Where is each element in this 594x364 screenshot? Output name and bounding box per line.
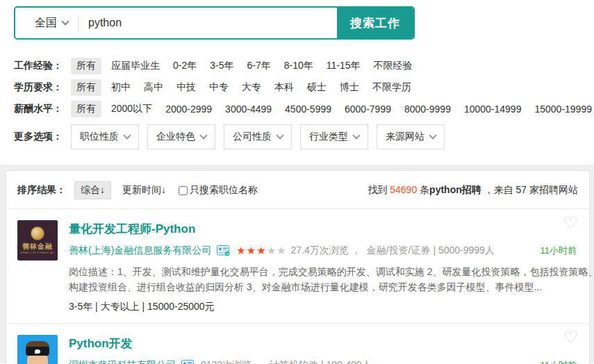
job-listing: 善林金融 SHAN LIN FINANCIAL 量化开发工程师-Python 善… (6, 208, 589, 323)
filter-label: 学历要求： (14, 81, 63, 94)
company-line: 善林(上海)金融信息服务有限公司 ★★★★★ 27.4万次浏览 ， 金融/投资/… (69, 245, 578, 257)
favorite-heart-icon[interactable]: ♡ (563, 215, 578, 231)
company-rating-stars: ★★★★★ (236, 245, 286, 257)
industry-size: 金融/投资/证券 | 5000-9999人 (367, 245, 495, 257)
filter-option[interactable]: 不限学历 (372, 81, 411, 94)
filter-option[interactable]: 6000-7999 (345, 104, 391, 115)
filter-label: 工作经验： (14, 60, 63, 72)
view-count: 9123次浏览 ， (201, 359, 264, 364)
job-content: 量化开发工程师-Python 善林(上海)金融信息服务有限公司 ★★★★★ 27… (69, 220, 578, 313)
title-only-checkbox-wrap: 只搜索职位名称 (179, 184, 258, 197)
city-selector[interactable]: 全国 (15, 8, 78, 38)
sort-label: 排序结果： (17, 184, 66, 197)
filter-option[interactable]: 0-2年 (173, 60, 197, 72)
logo-subtext: SHAN LIN FINANCIAL (20, 251, 54, 254)
filter-option[interactable]: 大专 (242, 81, 261, 94)
dropdown-source-site[interactable]: 来源网站 (377, 124, 445, 149)
dropdown-job-type[interactable]: 职位性质 (71, 124, 139, 149)
filter-option-all[interactable]: 所有 (71, 79, 101, 96)
filter-option[interactable]: 博士 (340, 81, 359, 94)
dropdown-label: 行业类型 (309, 131, 348, 143)
job-listing: Python开发 深圳市藤讯科技有限公司 9123次浏览 ， 计算机软件 | 1… (6, 323, 589, 364)
job-requirements: 3-5年 | 大专以上 | 15000-25000元 (69, 301, 578, 313)
summary-keyword: python招聘 (429, 184, 481, 195)
title-only-checkbox[interactable] (179, 186, 188, 195)
dropdown-industry[interactable]: 行业类型 (300, 124, 368, 149)
results-summary: 找到 54690 条python招聘 ，来自 57 家招聘网站 (368, 184, 578, 197)
filter-option[interactable]: 8-10年 (284, 60, 313, 72)
title-only-checkbox-label: 只搜索职位名称 (190, 184, 258, 197)
company-logo[interactable] (17, 335, 58, 364)
filter-label: 薪酬水平： (14, 103, 63, 115)
dropdown-label: 职位性质 (80, 131, 119, 143)
filter-option[interactable]: 10000-14999 (464, 104, 522, 115)
search-section: 全国 搜索工作 (0, 0, 594, 40)
summary-from: ，来自 (481, 184, 516, 195)
search-input[interactable] (79, 8, 337, 38)
company-line: 深圳市藤讯科技有限公司 9123次浏览 ， 计算机软件 | 100-499人 1… (69, 359, 578, 364)
chevron-down-icon (61, 17, 69, 25)
company-link[interactable]: 善林(上海)金融信息服务有限公司 (69, 245, 211, 257)
summary-suffix: 家招聘网站 (527, 184, 578, 195)
summary-count: 54690 (390, 184, 417, 195)
gold-coin-icon (31, 226, 44, 240)
filter-option[interactable]: 4500-5999 (285, 104, 331, 115)
filter-option[interactable]: 3-5年 (210, 60, 233, 72)
job-content: Python开发 深圳市藤讯科技有限公司 9123次浏览 ， 计算机软件 | 1… (69, 335, 578, 364)
filter-option[interactable]: 2000-2999 (165, 104, 212, 115)
company-logo[interactable]: 善林金融 SHAN LIN FINANCIAL (17, 220, 58, 260)
chevron-down-icon (199, 131, 207, 139)
filter-option[interactable]: 不限经验 (374, 60, 413, 72)
filter-option[interactable]: 本科 (274, 81, 294, 94)
dropdown-label: 企业特色 (156, 131, 195, 143)
filter-option[interactable]: 2000以下 (111, 103, 152, 115)
bird-icon (35, 349, 40, 354)
filter-option[interactable]: 3000-4499 (225, 104, 272, 115)
dropdown-label: 来源网站 (386, 131, 424, 143)
filter-option[interactable]: 中技 (176, 81, 196, 94)
chevron-down-icon (352, 131, 360, 139)
sort-bar: 排序结果： 综合↓ 更新时间↓ 只搜索职位名称 找到 54690 条python… (6, 171, 589, 208)
stars-empty: ★★ (267, 245, 287, 256)
filter-row-experience: 工作经验： 所有 应届毕业生 0-2年 3-5年 6-7年 8-10年 11-1… (14, 58, 594, 74)
filter-panel: 工作经验： 所有 应届毕业生 0-2年 3-5年 6-7年 8-10年 11-1… (0, 40, 594, 149)
job-description: 岗位描述：1、开发、测试和维护量化交易平台，完成交易策略的开发、调试和实施 2、… (69, 265, 594, 295)
search-button[interactable]: 搜索工作 (337, 8, 413, 38)
filter-option[interactable]: 高中 (144, 81, 163, 94)
favorite-heart-icon[interactable]: ♡ (563, 329, 578, 346)
verified-company-icon[interactable] (217, 245, 231, 256)
job-title-link[interactable]: 量化开发工程师-Python (69, 221, 578, 237)
logo-text: 善林金融 (22, 242, 53, 251)
filter-option[interactable]: 初中 (111, 81, 131, 94)
filter-option[interactable]: 硕士 (307, 81, 327, 94)
filter-option[interactable]: 中专 (209, 81, 229, 94)
posted-time: 11小时前 (541, 359, 579, 364)
sort-composite-button[interactable]: 综合↓ (74, 181, 111, 199)
summary-found: 找到 (368, 184, 390, 195)
chevron-down-icon (429, 131, 436, 139)
filter-option[interactable]: 8000-9999 (404, 104, 451, 115)
filter-option[interactable]: 11-15年 (327, 60, 361, 72)
verified-company-icon[interactable] (181, 360, 195, 364)
sort-update-time-button[interactable]: 更新时间↓ (122, 184, 166, 197)
job-title-link[interactable]: Python开发 (69, 336, 578, 351)
chevron-down-icon (276, 131, 283, 139)
posted-time: 11小时前 (541, 245, 579, 257)
summary-sites-count: 57 (516, 184, 527, 195)
industry-size: 计算机软件 | 100-499人 (270, 359, 372, 364)
filter-option[interactable]: 15000-19999 (534, 104, 592, 115)
company-link[interactable]: 深圳市藤讯科技有限公司 (69, 359, 176, 364)
filter-row-more-options: 更多选项： 职位性质 企业特色 公司性质 行业类型 来源网站 (14, 124, 594, 149)
vr-goggles-icon (26, 347, 49, 356)
dropdown-company-feature[interactable]: 企业特色 (147, 124, 215, 149)
summary-unit: 条 (417, 184, 429, 195)
filter-option[interactable]: 6-7年 (247, 60, 270, 72)
filter-option-all[interactable]: 所有 (71, 101, 101, 117)
filter-row-education: 学历要求： 所有 初中 高中 中技 中专 大专 本科 硕士 博士 不限学历 (14, 79, 594, 96)
search-bar: 全国 搜索工作 (14, 6, 415, 40)
results-card: 排序结果： 综合↓ 更新时间↓ 只搜索职位名称 找到 54690 条python… (6, 170, 590, 364)
dropdown-company-type[interactable]: 公司性质 (224, 124, 292, 149)
filter-option[interactable]: 应届毕业生 (111, 60, 160, 72)
filter-option-all[interactable]: 所有 (71, 58, 101, 74)
chevron-down-icon (123, 131, 131, 139)
